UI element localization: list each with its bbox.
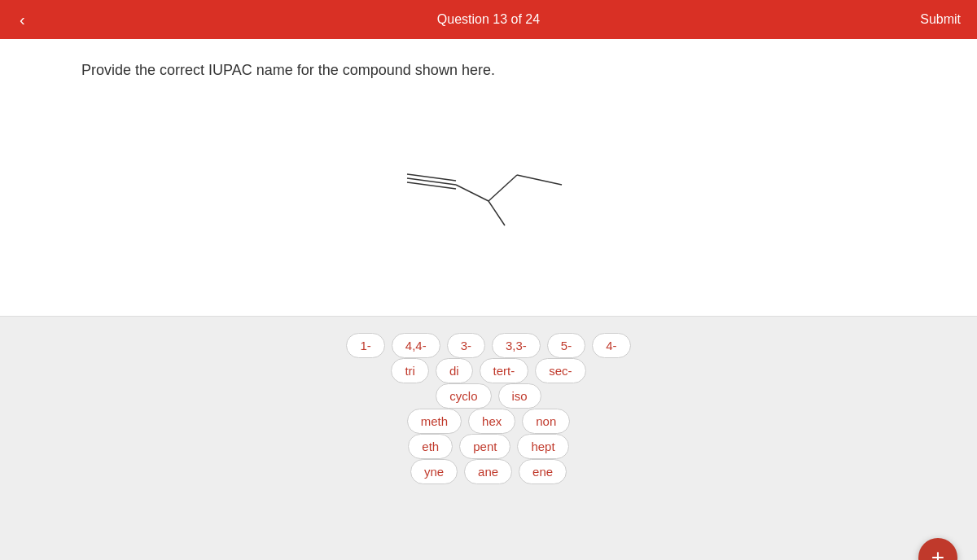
token-5-[interactable]: 5- [547, 333, 585, 358]
token-4-[interactable]: 4- [592, 333, 630, 358]
token-sec-[interactable]: sec- [535, 358, 585, 383]
token-row-2: cycloiso [346, 383, 630, 409]
token-hex[interactable]: hex [468, 409, 515, 434]
token-rows-container: 1-4,4-3-3,3-5-4-triditert-sec-cycloisome… [346, 333, 630, 484]
token-iso[interactable]: iso [498, 383, 541, 409]
svg-line-4 [488, 175, 517, 201]
molecule-diagram [391, 120, 586, 250]
token-cyclo[interactable]: cyclo [436, 383, 491, 409]
token-ane[interactable]: ane [464, 459, 512, 484]
token-yne[interactable]: yne [410, 459, 458, 484]
token-row-4: ethpenthept [346, 434, 630, 459]
back-button[interactable]: ‹ [13, 7, 32, 33]
svg-line-3 [456, 185, 488, 201]
token-3-3-[interactable]: 3,3- [492, 333, 541, 358]
fab-button[interactable]: + [918, 538, 957, 560]
question-area: Provide the correct IUPAC name for the c… [0, 39, 977, 316]
token-row-0: 1-4,4-3-3,3-5-4- [346, 333, 630, 358]
answer-area: 1-4,4-3-3,3-5-4-triditert-sec-cycloisome… [0, 317, 977, 560]
token-di[interactable]: di [436, 358, 473, 383]
token-row-3: methhexnon [346, 409, 630, 434]
question-counter: Question 13 of 24 [437, 12, 540, 27]
token-3-[interactable]: 3- [447, 333, 485, 358]
svg-line-6 [517, 175, 562, 185]
molecule-container [81, 103, 896, 266]
token-row-1: triditert-sec- [346, 358, 630, 383]
token-4-4-[interactable]: 4,4- [392, 333, 440, 358]
token-non[interactable]: non [522, 409, 570, 434]
token-1-[interactable]: 1- [346, 333, 384, 358]
token-tri[interactable]: tri [391, 358, 429, 383]
question-text: Provide the correct IUPAC name for the c… [81, 62, 896, 79]
header: ‹ Question 13 of 24 Submit [0, 0, 977, 39]
token-hept[interactable]: hept [517, 434, 568, 459]
token-meth[interactable]: meth [407, 409, 462, 434]
svg-line-5 [488, 201, 505, 225]
token-row-5: yneaneene [346, 459, 630, 484]
token-tert-[interactable]: tert- [480, 358, 529, 383]
token-eth[interactable]: eth [408, 434, 453, 459]
token-pent[interactable]: pent [459, 434, 510, 459]
submit-button[interactable]: Submit [920, 12, 961, 27]
token-ene[interactable]: ene [519, 459, 567, 484]
